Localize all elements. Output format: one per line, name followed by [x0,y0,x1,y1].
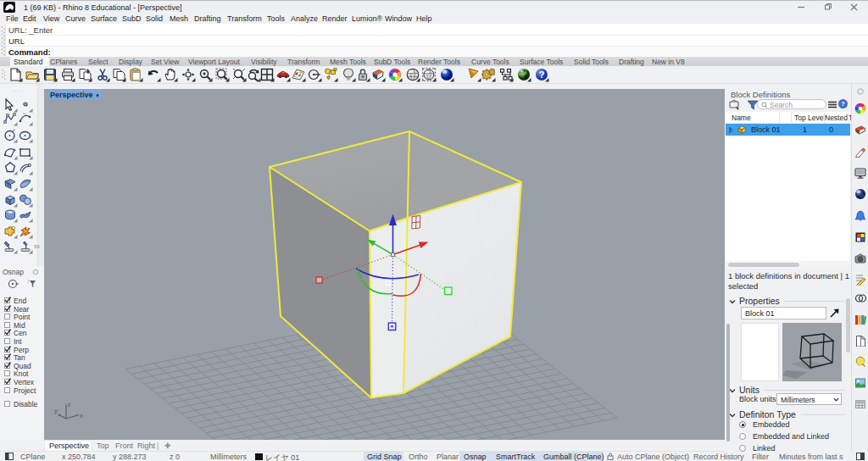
svg-text:z: z [68,401,71,408]
svg-text:?: ? [539,69,545,80]
svg-text:x: x [80,412,83,419]
svg-text:y: y [54,407,58,414]
